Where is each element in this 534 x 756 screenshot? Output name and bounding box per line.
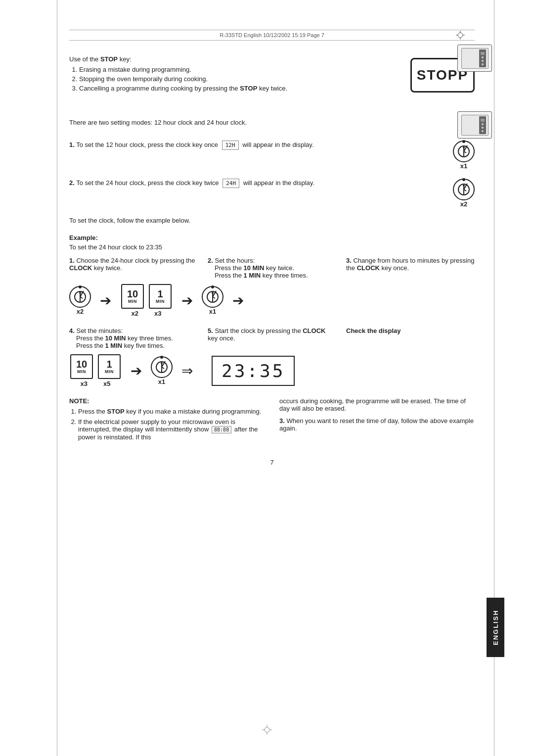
stopp-key-label: STOP [100,55,118,63]
clock-face-5 [155,361,168,374]
ex-step4-num: 4. [69,327,75,334]
clock-icon-2 [453,179,475,200]
svg-point-0 [458,33,463,38]
check-display-label: Check the display [346,327,401,334]
step1-num: 1. [69,141,75,148]
clock-x2-label: x2 [77,308,84,315]
stopp-item3-text: Cancelling a programme during cooking by… [79,85,240,92]
svg-line-19 [213,297,215,298]
note-right-3-num: 3. [279,417,285,425]
note1-after: key if you make a mistake during program… [125,408,262,415]
stopp-item-3: Cancelling a programme during cooking by… [79,85,391,92]
ex-step5-num: 5. [208,327,213,334]
key-10-min-2: 10 MIN [70,354,93,379]
key-1-label-2: MIN [105,369,114,374]
ex-step3-text: Change from hours to minutes by pressing… [346,257,474,272]
note1-before: Press the [78,408,107,415]
clock-step5-group: x1 [151,356,173,385]
key-1-number: 1 [157,289,163,299]
clock-step-2-text: 2. To set the 24 hour clock, press the c… [69,179,443,188]
microwave-panel-top [479,49,486,67]
step1-x-label: x1 [460,162,467,170]
ex-step3-num: 3. [346,257,352,264]
key-x2-label: x2 [132,310,138,317]
step2-after: will appear in the display. [243,179,314,187]
ex-step1-bold: CLOCK [69,264,92,272]
clock-section: There are two setting modes: 12 hour clo… [69,119,475,466]
svg-line-15 [80,297,83,298]
page-number: 7 [69,459,475,466]
key-10-number-2: 10 [76,359,87,369]
clock-icon-1 [453,141,475,162]
example-section: Example: To set the 24 hour clock to 23:… [69,234,475,387]
microwave-image-top [457,45,492,72]
clock-knob-5 [160,356,163,359]
keys-row: 10 MIN 1 MIN [120,284,173,309]
english-label: ENGLISH [492,610,499,645]
note-section: NOTE: Press the STOP key if you make a m… [69,397,475,444]
step-col-4: 4. Set the minutes: Press the 10 MIN key… [69,327,198,349]
clock-x2-group: x2 [69,286,91,315]
arrow-3-icon: ➔ [232,292,244,309]
example-title: Example: [69,234,475,241]
note-right-3-text: When you want to reset the time of day, … [279,417,474,432]
key-1-min-1: 1 MIN [149,284,172,309]
page-num-text: 7 [270,459,273,466]
step1-before: To set the 12 hour clock, press the cloc… [76,141,220,148]
example-steps-row1: 1. Choose the 24-hour clock by pressing … [69,257,475,279]
follow-text: To set the clock, follow the example bel… [69,217,475,224]
page: R-33STD English 10/12/2002 15:19 Page 7 [30,0,504,756]
clock-step-1-icon: x1 [453,141,475,170]
stopp-item3-bold: STOP [240,85,257,92]
note-item-1: Press the STOP key if you make a mistake… [78,408,265,415]
header: R-33STD English 10/12/2002 15:19 Page 7 [69,30,475,41]
key-10-min-1: 10 MIN [121,284,144,309]
note-col-right: occurs during cooking, the programme wil… [279,397,475,444]
note-col-left: NOTE: Press the STOP key if you make a m… [69,397,265,444]
ex-step3-bold: CLOCK [357,264,380,272]
diagram-row-1: x2 ➔ 10 MIN 1 MIN [69,284,475,317]
clock-step-2-icon: x2 [453,179,475,208]
stopp-intro: Use of the STOP key: [69,55,391,63]
key-x-labels-2: x3 x5 [79,380,113,387]
step-col-5: 5. Start the clock by pressing the CLOCK… [208,327,336,349]
margin-left [57,0,57,756]
ex-step5-text: Start the clock by pressing the CLOCK ke… [208,327,325,342]
svg-line-7 [464,151,466,153]
step-col-1: 1. Choose the 24-hour clock by pressing … [69,257,198,279]
power-display: 88:88 [212,426,231,433]
ex-step2-bold2: 1 MIN [244,272,261,279]
note-right-1: occurs during cooking, the programme wil… [279,397,475,412]
microwave-images [457,45,492,139]
clock-step-2: 2. To set the 24 hour clock, press the c… [69,179,475,208]
key-x3-label: x3 [154,310,161,317]
key-x-labels: x2 x3 [130,310,164,317]
svg-line-23 [162,367,164,369]
stopp-section: Use of the STOP key: Erasing a mistake d… [69,55,475,94]
svg-point-25 [265,727,269,732]
key-x5-label: x5 [103,380,110,387]
clock-knob-4 [211,285,214,288]
bottom-crosshair-icon [262,725,272,735]
stopp-use-label: Use of the [69,55,100,63]
clock-icon-4 [202,286,223,308]
step5-x1-label: x1 [158,378,165,385]
example-subtitle: To set the 24 hour clock to 23:35 [69,243,475,251]
clock-face-2 [457,183,470,196]
arrow-2-icon: ➔ [181,292,193,309]
clock-icon-5 [151,356,173,378]
stopp-item-1: Erasing a mistake during programming. [79,66,391,73]
step1-display: 12H [222,141,239,150]
key-10-number: 10 [127,289,138,299]
step1-after: will appear in the display. [242,141,313,148]
clock-step-1: 1. To set the 12 hour clock, press the c… [69,141,475,170]
clock-x1-group: x1 [202,286,223,315]
step-col-3: 3. Change from hours to minutes by press… [346,257,475,279]
keys-row-2: 10 MIN 1 MIN [69,354,122,379]
step2-before: To set the 24 hour clock, press the cloc… [76,179,221,187]
panel-dot-3 [482,63,484,65]
clock-icon-3 [69,286,91,308]
ex-step4-text: Set the minutes: [76,327,123,334]
svg-point-24 [161,362,163,364]
ex-step2-bold1: 10 MIN [244,264,265,272]
